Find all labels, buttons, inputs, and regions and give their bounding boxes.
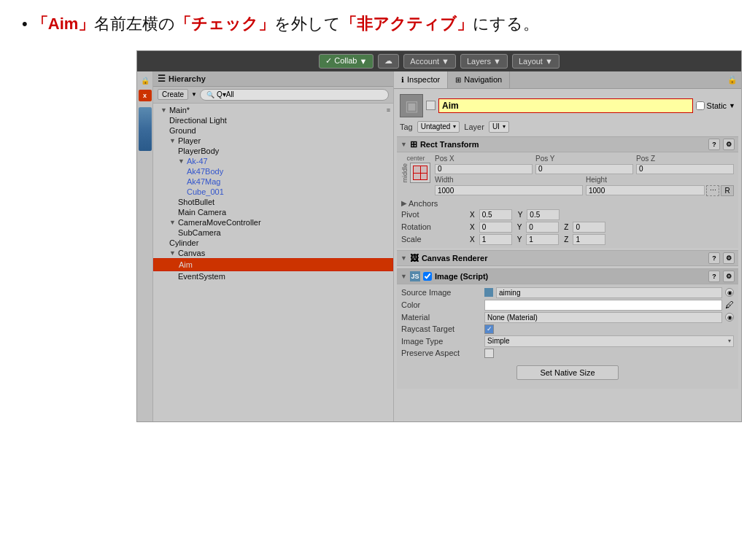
tree-item-ak47[interactable]: ▼ Ak-47 (153, 156, 393, 166)
tree-item-playerbody[interactable]: PlayerBody (153, 146, 393, 156)
collab-label: ✓ Collab (325, 56, 357, 66)
pos-y-field[interactable]: 0 (535, 164, 633, 174)
cr-settings-btn[interactable]: ⚙ (723, 252, 735, 264)
rot-z-field[interactable]: 0 (573, 222, 605, 233)
rot-y-field[interactable]: 0 (526, 222, 559, 233)
pivot-label: Pivot (401, 210, 467, 219)
hierarchy-title: Hierarchy (169, 74, 206, 83)
item-label: Player (178, 136, 201, 145)
layers-button[interactable]: Layers ▼ (460, 54, 508, 69)
cloud-icon: ☁ (384, 56, 392, 66)
tab-spacer (510, 71, 724, 88)
account-button[interactable]: Account ▼ (403, 54, 456, 69)
item-label: ShotBullet (178, 198, 214, 206)
tree-item-directional[interactable]: Directional Light (153, 115, 393, 125)
tree-item-subcam[interactable]: SubCamera (153, 228, 393, 238)
item-label: Main Camera (178, 208, 226, 217)
item-label: Cube_001 (187, 187, 224, 196)
scale-x-field[interactable]: 1 (479, 234, 512, 245)
image-type-row: Image Type Simple ▾ (401, 335, 734, 348)
r-icon[interactable]: ⋯ (706, 185, 719, 196)
image-script-body: Source Image aiming ◉ Color 🖊 (397, 284, 738, 389)
static-checkbox[interactable] (696, 101, 705, 110)
img-settings-btn[interactable]: ⚙ (723, 271, 735, 282)
rot-x-field[interactable]: 0 (479, 222, 512, 233)
rt-center-label: center (406, 155, 425, 162)
eyedropper-icon[interactable]: 🖊 (725, 300, 734, 310)
item-label: Ak-47 (187, 157, 208, 166)
cr-title: Canvas Renderer (422, 254, 488, 262)
hierarchy-toolbar: Create ▼ 🔍 Q▾All (153, 87, 393, 104)
tab-navigation[interactable]: ⊞ Navigation (448, 71, 510, 88)
cloud-button[interactable]: ☁ (378, 54, 399, 69)
pos-z-field[interactable]: 0 (636, 164, 734, 174)
pivot-x-field[interactable]: 0.5 (479, 209, 512, 220)
tree-item-cameramove[interactable]: ▼ CameraMoveController (153, 217, 393, 228)
cr-help-btn[interactable]: ? (708, 252, 720, 264)
triangle-player: ▼ (169, 137, 176, 144)
scale-y-label: Y (517, 236, 522, 244)
tree-item-main[interactable]: ▼ Main* ≡ (153, 105, 393, 115)
preserve-checkbox[interactable] (484, 349, 494, 358)
tree-item-ak47body[interactable]: Ak47Body (153, 166, 393, 176)
tree-item-aim[interactable]: Aim (153, 258, 393, 271)
image-type-dropdown[interactable]: Simple ▾ (484, 335, 734, 347)
width-field[interactable]: 1000 (435, 185, 583, 195)
r-btn[interactable]: R (721, 185, 734, 196)
tree-item-player[interactable]: ▼ Player (153, 136, 393, 146)
scale-y-field[interactable]: 1 (526, 234, 559, 245)
scale-z-field[interactable]: 1 (573, 234, 605, 245)
native-size-area: Set Native Size (401, 359, 734, 386)
rt-help-btn[interactable]: ? (708, 139, 720, 150)
image-script-header[interactable]: ▼ JS Image (Script) ? ⚙ (397, 268, 738, 284)
image-active-checkbox[interactable] (423, 272, 432, 281)
tree-item-canvas[interactable]: ▼ Canvas (153, 248, 393, 258)
color-label: Color (401, 300, 481, 309)
tree-item-ak47mag[interactable]: Ak47Mag (153, 176, 393, 187)
tree-item-shotbullet[interactable]: ShotBullet (153, 197, 393, 207)
static-row: Static ▼ (696, 101, 735, 110)
rect-transform-header[interactable]: ▼ ⊞ Rect Transform ? ⚙ (397, 136, 738, 152)
static-arrow: ▼ (729, 102, 735, 109)
tree-item-ground[interactable]: Ground (153, 125, 393, 136)
img-help-btn[interactable]: ? (708, 271, 720, 282)
tree-item-cylinder[interactable]: Cylinder (153, 238, 393, 248)
rect-transform-section: ▼ ⊞ Rect Transform ? ⚙ center (397, 136, 738, 248)
triangle-camera: ▼ (169, 219, 176, 226)
tree-item-eventsystem[interactable]: EventSystem (153, 271, 393, 281)
layout-arrow: ▼ (545, 57, 553, 66)
tree-item-maincam[interactable]: Main Camera (153, 207, 393, 217)
rt-anchor-visual[interactable] (410, 163, 430, 183)
layout-button[interactable]: Layout ▼ (512, 54, 560, 69)
material-field[interactable]: None (Material) (484, 312, 722, 323)
account-arrow: ▼ (441, 57, 449, 66)
rot-z-label: Z (564, 223, 568, 231)
tag-select[interactable]: Untagted ▾ (417, 121, 460, 133)
raycast-checkbox[interactable]: ✓ (484, 324, 494, 334)
color-swatch[interactable] (484, 300, 722, 311)
source-image-field[interactable]: aiming (496, 287, 722, 298)
material-circle-btn[interactable]: ◉ (725, 313, 734, 322)
pos-x-field[interactable]: 0 (435, 164, 533, 174)
raycast-row: Raycast Target ✓ (401, 324, 734, 335)
height-field[interactable]: 1000 (586, 185, 705, 195)
source-image-circle-btn[interactable]: ◉ (725, 288, 734, 297)
pivot-y-field[interactable]: 0.5 (527, 209, 560, 220)
tree-item-cube[interactable]: Cube_001 (153, 187, 393, 197)
rt-title: Rect Transform (420, 140, 479, 149)
set-native-size-button[interactable]: Set Native Size (516, 365, 619, 380)
triangle-ak47: ▼ (178, 158, 185, 165)
layer-select[interactable]: UI ▾ (489, 121, 509, 133)
canvas-renderer-header[interactable]: ▼ 🖼 Canvas Renderer ? ⚙ (397, 250, 738, 266)
obj-name-field[interactable] (438, 98, 693, 113)
active-checkbox[interactable] (426, 101, 436, 110)
height-label: Height (586, 176, 734, 184)
anchors-expand[interactable]: ▶ (401, 199, 407, 207)
search-box[interactable]: 🔍 Q▾All (200, 89, 389, 101)
collab-button[interactable]: ✓ Collab ▼ (319, 54, 374, 69)
tab-inspector[interactable]: ℹ Inspector (394, 71, 448, 88)
rt-settings-btn[interactable]: ⚙ (723, 139, 735, 150)
rt-triangle: ▼ (400, 141, 407, 148)
create-button[interactable]: Create (158, 89, 188, 100)
pos-y-label: Pos Y (535, 155, 633, 163)
